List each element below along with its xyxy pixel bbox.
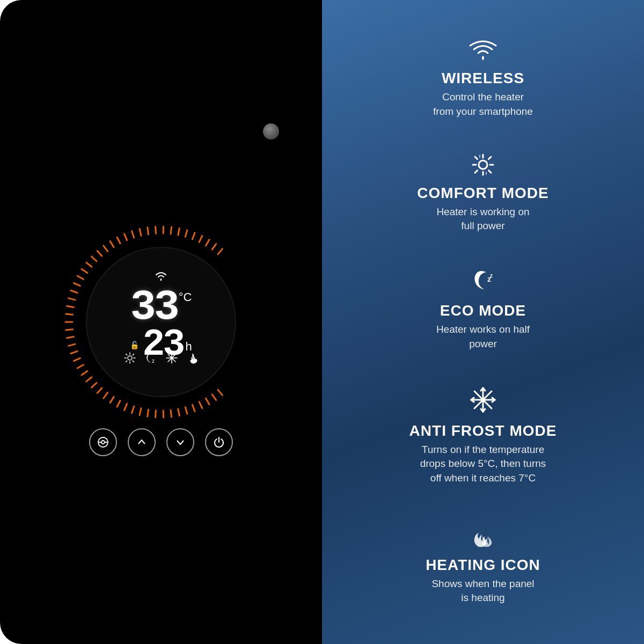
- svg-point-70: [171, 357, 173, 360]
- svg-line-52: [199, 236, 202, 242]
- svg-point-76: [479, 160, 487, 169]
- device-button[interactable]: [263, 123, 279, 140]
- svg-line-7: [178, 409, 180, 416]
- device-panel: 33 °C 🔓 23 h: [0, 0, 322, 644]
- feature-heating: HEATING ICON Shows when the panelis heat…: [426, 520, 540, 605]
- svg-line-26: [67, 337, 74, 338]
- power-button[interactable]: [205, 428, 233, 456]
- eco-title: ECO MODE: [440, 302, 526, 319]
- svg-line-81: [475, 157, 478, 159]
- antifrost-mode-icon: [166, 352, 178, 367]
- svg-line-4: [199, 402, 202, 408]
- lock-icon: 🔓: [130, 341, 139, 349]
- svg-line-33: [74, 283, 80, 286]
- svg-line-14: [125, 404, 127, 410]
- svg-line-37: [92, 257, 97, 261]
- wireless-desc: Control the heaterfrom your smartphone: [433, 90, 533, 119]
- svg-line-22: [77, 365, 83, 368]
- mode-button[interactable]: [89, 428, 117, 456]
- svg-point-72: [101, 441, 105, 444]
- svg-line-38: [97, 251, 102, 256]
- svg-line-55: [218, 249, 222, 254]
- svg-line-1: [218, 390, 222, 395]
- svg-line-10: [156, 411, 156, 418]
- heating-title: HEATING ICON: [426, 557, 540, 574]
- svg-line-6: [185, 407, 187, 414]
- svg-line-64: [126, 361, 127, 362]
- svg-line-43: [132, 231, 134, 237]
- svg-line-50: [185, 230, 187, 237]
- svg-line-19: [92, 383, 97, 387]
- wireless-icon: [469, 39, 497, 67]
- svg-text:z: z: [152, 358, 155, 364]
- svg-line-27: [66, 330, 73, 330]
- comfort-mode-icon: [124, 352, 136, 367]
- svg-line-82: [489, 170, 492, 173]
- svg-line-36: [86, 262, 92, 267]
- svg-line-16: [110, 397, 114, 403]
- svg-line-17: [104, 393, 108, 398]
- svg-line-13: [132, 406, 134, 413]
- comfort-icon: [469, 153, 497, 181]
- svg-line-31: [69, 298, 76, 300]
- feature-wireless: WIRELESS Control the heaterfrom your sma…: [433, 39, 533, 119]
- svg-line-35: [82, 269, 87, 273]
- svg-line-30: [67, 306, 74, 307]
- svg-line-51: [192, 233, 195, 239]
- svg-point-101: [481, 398, 485, 402]
- svg-line-54: [212, 244, 216, 250]
- wifi-display-icon: [153, 269, 169, 284]
- antifrost-title: ANTI FROST MODE: [409, 422, 557, 440]
- svg-line-42: [125, 234, 127, 240]
- svg-line-46: [156, 226, 156, 233]
- eco-icon: z z: [469, 268, 497, 299]
- svg-line-8: [171, 410, 171, 417]
- feature-antifrost: ANTI FROST MODE Turns on if the temperat…: [409, 386, 557, 486]
- svg-line-53: [206, 239, 209, 245]
- svg-text:z: z: [490, 273, 493, 279]
- svg-line-32: [71, 290, 77, 292]
- svg-line-25: [69, 344, 76, 346]
- svg-line-34: [77, 276, 83, 279]
- svg-line-12: [140, 408, 141, 415]
- svg-line-49: [178, 228, 180, 235]
- heating-icon: [469, 520, 497, 553]
- svg-line-20: [86, 377, 92, 382]
- heating-desc: Shows when the panelis heating: [431, 577, 534, 605]
- svg-line-2: [212, 394, 216, 400]
- hour-unit: h: [185, 340, 192, 354]
- features-panel: WIRELESS Control the heaterfrom your sma…: [322, 0, 644, 644]
- comfort-title: COMFORT MODE: [417, 185, 548, 202]
- svg-line-40: [110, 241, 114, 247]
- temperature-unit: °C: [179, 290, 192, 304]
- up-button[interactable]: [128, 428, 156, 456]
- eco-desc: Heater works on halfpower: [436, 323, 530, 351]
- comfort-desc: Heater is working onfull power: [436, 205, 529, 233]
- temperature-value: 33: [130, 286, 178, 329]
- svg-line-5: [192, 405, 195, 411]
- feature-comfort: COMFORT MODE Heater is working onfull po…: [417, 153, 548, 233]
- svg-line-3: [206, 398, 209, 404]
- svg-line-62: [133, 361, 134, 362]
- svg-line-24: [71, 351, 77, 353]
- wireless-title: WIRELESS: [442, 70, 524, 87]
- heating-mode-icon: [187, 352, 198, 367]
- svg-line-44: [140, 229, 141, 236]
- down-button[interactable]: [166, 428, 194, 456]
- svg-line-48: [171, 227, 171, 234]
- svg-line-11: [148, 409, 149, 416]
- svg-line-41: [117, 237, 120, 244]
- svg-line-21: [82, 371, 87, 375]
- svg-line-45: [148, 228, 149, 235]
- temperature-display: 33 °C: [130, 286, 192, 329]
- svg-line-63: [133, 354, 134, 355]
- svg-line-84: [475, 170, 478, 173]
- svg-line-83: [489, 157, 492, 159]
- svg-line-29: [66, 314, 73, 314]
- eco-mode-icon: z: [145, 352, 156, 367]
- feature-eco: z z ECO MODE Heater works on halfpower: [436, 268, 530, 351]
- antifrost-desc: Turns on if the temperaturedrops below 5…: [420, 443, 546, 486]
- svg-line-18: [97, 388, 102, 393]
- display-circle: 33 °C 🔓 23 h: [86, 247, 236, 397]
- mode-icons-row: z: [124, 352, 198, 367]
